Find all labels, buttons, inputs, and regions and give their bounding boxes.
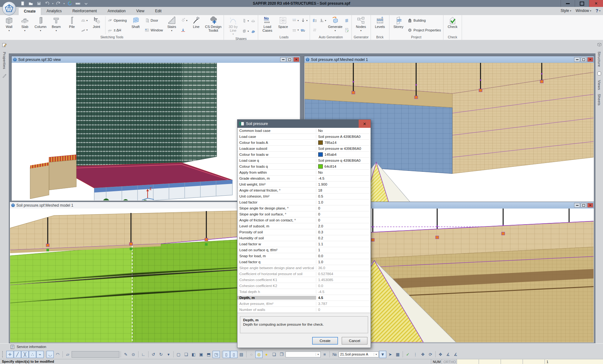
property-value[interactable]: 0.2 [316,236,371,240]
line-button[interactable]: Line [188,16,204,35]
active-loadcase-select[interactable]: 21.Soil pressure A▾ [339,351,379,357]
property-value[interactable]: 1.453085 [316,278,371,282]
anchor-button[interactable] [181,26,187,34]
wall-gen-button[interactable] [312,16,317,24]
load-cases-button[interactable]: NoLoadCases [259,16,275,35]
dome-button[interactable] [251,17,256,25]
property-row[interactable]: Unit weight, t/m³1.900 [237,182,371,187]
gen-stack-button[interactable] [344,16,349,24]
section-box-icon[interactable]: ◳ [213,351,220,358]
property-value[interactable]: 0.0 [316,284,371,288]
property-value[interactable]: 0.0 [316,254,371,258]
property-row[interactable]: Load factor q1.0 [237,259,371,265]
menu-style[interactable]: Style▾ [561,8,571,13]
apply-check-icon[interactable]: ✓ [404,351,411,358]
bulb-off-icon[interactable]: ○ [248,351,255,358]
show-slabs-icon[interactable]: ▯ [230,351,237,358]
stairs-button[interactable]: Stairs▾ [164,16,180,35]
pencil-icon[interactable] [2,73,7,79]
window-title-bar[interactable]: Soil pressure.spf:3D view ✕ [12,56,300,63]
workplane-icon[interactable]: ▱ [64,351,71,358]
tab-reinforcement[interactable]: Reinforcement [67,8,102,15]
property-value[interactable]: 0.5 [316,194,371,198]
truss-button[interactable]: ▾ [81,16,88,24]
app-title-bar[interactable]: ▾▾ SAPFIR 2020 R3 x64-STRUCTURES - Soil … [0,0,603,7]
space-button[interactable]: Space [275,16,291,35]
property-value[interactable]: 1 [316,248,371,252]
property-value[interactable]: 36.0 [316,266,371,270]
property-row[interactable]: Loadcase subsoilSoil pressure w 439EB6A0 [237,146,371,152]
property-value[interactable]: No [316,129,371,133]
truck-button[interactable] [301,26,307,34]
property-row[interactable]: Apply from withinNo [237,170,371,176]
property-value[interactable]: 0 [316,308,371,312]
storey-button[interactable]: Storey [391,16,406,35]
property-value[interactable]: 2.0 [316,224,371,228]
property-row[interactable]: Total depth h-4.5 [237,289,371,295]
filter-table-icon[interactable]: ▦ [394,351,401,358]
property-row[interactable]: Common load caseNo [237,128,371,134]
property-value[interactable]: 0 [316,212,371,216]
more-snaps-icon[interactable]: ▾ [165,351,172,358]
soil-wiggle-button[interactable] [312,26,317,34]
color-swatch[interactable] [318,152,323,157]
tab-annotation[interactable]: Annotation [102,8,131,15]
building-button[interactable]: Building [407,17,441,24]
cancel-button[interactable]: Cancel [342,337,367,345]
property-row[interactable]: Load case qSoil pressure q 439EB6A0 [237,158,371,164]
spring-button[interactable]: ▾ [81,26,88,34]
close-icon[interactable]: ✕ [587,57,593,62]
property-value[interactable]: 1.1 [316,242,371,246]
move-points-icon[interactable]: ✥ [437,351,444,358]
property-row[interactable]: Porosity of soil0.3 [237,229,371,235]
app-menu-button[interactable] [2,2,16,15]
box-bulb-icon[interactable]: ❐ [278,351,285,358]
bulb-dim-icon[interactable]: ◍ [255,351,263,358]
create-button[interactable]: Create [312,337,338,345]
property-value[interactable]: 1.0 [316,260,371,264]
open-file-icon[interactable] [28,1,34,6]
minimize-icon[interactable] [280,57,286,62]
property-row[interactable]: Slope angle for design plane, °0 [237,205,371,211]
snap-grid-icon[interactable]: ✛ [6,351,14,358]
tab-edit[interactable]: Edit [150,8,167,15]
overflow-dots-icon[interactable]: ⋮ [412,351,419,358]
property-row[interactable]: Unit cohesion, t/m²0.5 [237,193,371,199]
nodes-button[interactable]: Nodes▾ [353,16,369,35]
tab-view[interactable]: View [131,8,150,15]
hidden-line-cube-icon[interactable]: ❏ [182,351,190,358]
menu-window[interactable]: Window▾ [576,8,591,13]
door-button[interactable]: Door [144,17,163,24]
rotate-x-icon[interactable]: ↺ [150,351,157,358]
minimize-icon[interactable] [574,57,580,62]
property-value[interactable]: -4.5 [316,177,371,180]
doc-bulb-icon[interactable]: ❏ [270,351,278,358]
maximize-icon[interactable] [287,57,293,62]
new-file-icon[interactable] [19,1,26,6]
restore-button[interactable] [575,0,589,7]
property-row[interactable]: Colour for loads A785a14 [237,140,371,146]
levels-button[interactable]: Levels [372,16,388,35]
property-row[interactable]: Active pressure, tf/m²3.787 [237,301,371,307]
property-value[interactable]: 0 [316,218,371,222]
chevron-down-icon[interactable]: ▾ [374,353,378,356]
-h-button[interactable]: ± ΔH [107,27,127,33]
edit-properties-icon[interactable] [2,42,7,49]
property-row[interactable]: Slope angle for soil surface, °0 [237,211,371,217]
property-value[interactable]: 0 [316,206,371,210]
property-row[interactable]: Coefficient of horizontal pressure of so… [237,271,371,277]
property-row[interactable]: Cohesion coefficient K20.0 [237,283,371,289]
close-icon[interactable]: ✕ [587,203,593,208]
pan-icon[interactable]: ✥ [419,351,426,358]
snap-point-icon[interactable]: ∴ [29,351,36,358]
property-row[interactable]: Colour for loads q64c814 [237,164,371,170]
property-value[interactable]: Soil pressure q 439EB6A0 [316,159,371,162]
dialog-title-bar[interactable]: Soil pressure ✕ [237,120,371,128]
property-row[interactable]: Depth, m4.5 [237,295,371,301]
measure-angle-icon[interactable]: ∡ [444,351,452,358]
property-value[interactable]: 64c814 [316,164,371,169]
draw-line-icon[interactable]: ✎ [122,351,129,358]
wedge-button[interactable] [251,27,256,35]
beam-button[interactable]: Beam▾ [48,16,64,35]
tab-analytics[interactable]: Analytics [41,8,67,15]
